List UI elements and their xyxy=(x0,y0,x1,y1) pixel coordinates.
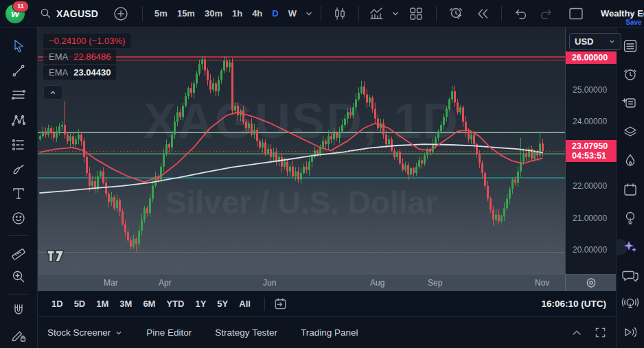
divider xyxy=(8,294,29,294)
footer-tab-stock-screener[interactable]: Stock Screener xyxy=(47,327,123,338)
compare-add-icon[interactable] xyxy=(113,6,128,21)
session-clock[interactable]: 16:06:10 (UTC) xyxy=(541,299,608,309)
divider xyxy=(321,6,321,21)
interval-15m[interactable]: 15m xyxy=(172,5,200,21)
last-price: 23.07950 xyxy=(572,141,617,151)
zoom-in-tool[interactable] xyxy=(7,265,30,288)
price-tick: 25.00000 xyxy=(573,85,607,95)
divider xyxy=(142,6,143,21)
time-axis[interactable]: MarAprJunAugSepNov xyxy=(38,274,565,291)
calendar-icon[interactable] xyxy=(619,179,641,200)
chart-pane[interactable]: XAGUSD, 1D Silver / U.S. Dollar −0.24100… xyxy=(38,27,565,274)
trend-line-tool[interactable] xyxy=(7,59,30,82)
bar-countdown: 04:53:51 xyxy=(572,151,617,161)
footer-tab-pine-editor[interactable]: Pine Editor xyxy=(146,327,192,338)
chart-legend: −0.24100 (−1.03%) EMA22.86486 EMA23.0443… xyxy=(43,34,130,100)
save-layout-icon[interactable] xyxy=(561,6,591,21)
text-tool[interactable] xyxy=(7,183,30,206)
live-ideas-icon[interactable] xyxy=(619,294,641,314)
search-icon xyxy=(40,8,51,19)
range-6m[interactable]: 6M xyxy=(137,296,161,312)
range-ytd[interactable]: YTD xyxy=(161,296,189,312)
interval-chevron-down-icon[interactable] xyxy=(304,9,314,19)
month-tick-sep: Sep xyxy=(428,278,442,288)
month-tick-nov: Nov xyxy=(535,278,549,288)
screener-chevron-down-icon xyxy=(115,329,123,337)
indicators-icon[interactable] xyxy=(366,6,388,21)
axis-settings-corner[interactable] xyxy=(565,274,616,291)
ideas-icon[interactable] xyxy=(619,207,641,228)
currency-select[interactable]: USD xyxy=(569,33,621,50)
cursor-tool[interactable] xyxy=(7,34,30,58)
ai-sparkle-icon[interactable] xyxy=(619,236,641,257)
legend-collapse-button[interactable] xyxy=(43,85,62,100)
footer-right-controls xyxy=(571,327,606,338)
tradingview-logo[interactable]: w 11 xyxy=(5,4,25,23)
month-tick-apr: Apr xyxy=(159,278,172,288)
currency-chevron-down-icon xyxy=(608,38,616,45)
range-5d[interactable]: 5D xyxy=(69,296,91,312)
drawing-lock-tool[interactable] xyxy=(7,323,30,347)
interval-D[interactable]: D xyxy=(267,5,283,21)
interval-list: 5m15m30m1h4hDW xyxy=(150,5,301,21)
footer-tab-trading-panel[interactable]: Trading Panel xyxy=(301,327,358,338)
range-1d[interactable]: 1D xyxy=(46,296,69,312)
range-5y[interactable]: 5Y xyxy=(211,296,233,312)
price-tick: 22.00000 xyxy=(573,181,607,191)
range-1y[interactable]: 1Y xyxy=(189,296,211,312)
hotlist-icon[interactable] xyxy=(619,150,641,171)
save-label[interactable]: Save xyxy=(625,19,641,26)
bar-replay-icon[interactable] xyxy=(471,7,494,21)
range-1m[interactable]: 1M xyxy=(91,296,114,312)
divider xyxy=(8,235,29,236)
chat-icon[interactable] xyxy=(619,265,641,286)
chart-style-candles-icon[interactable] xyxy=(328,6,352,21)
alert-price-badge: 26.00000 xyxy=(566,51,617,64)
layout-grid-icon[interactable] xyxy=(403,6,429,21)
footer-tab-list: Stock ScreenerPine EditorStrategy Tester… xyxy=(47,327,358,338)
symbol-search[interactable]: XAGUSD xyxy=(34,5,104,22)
symbol-name: XAGUSD xyxy=(56,8,98,19)
go-to-date-icon[interactable] xyxy=(273,297,288,311)
undo-icon[interactable] xyxy=(509,7,532,21)
object-tree-icon[interactable] xyxy=(619,121,641,142)
journal-icon[interactable] xyxy=(619,93,641,113)
ema-slow-legend[interactable]: EMA23.04430 xyxy=(43,65,116,80)
magnet-tool[interactable] xyxy=(7,299,30,322)
tradingview-watermark-logo[interactable] xyxy=(46,248,69,264)
interval-1h[interactable]: 1h xyxy=(227,5,247,21)
price-axis[interactable]: USD 26.0000025.0000024.0000022.0000021.0… xyxy=(565,27,616,274)
forecast-tool[interactable] xyxy=(7,133,30,156)
brush-tool[interactable] xyxy=(7,158,30,181)
measure-tool[interactable] xyxy=(7,240,30,264)
interval-4h[interactable]: 4h xyxy=(247,5,267,21)
divider xyxy=(264,297,265,311)
fullscreen-icon[interactable] xyxy=(595,327,606,338)
range-all[interactable]: All xyxy=(233,296,256,312)
right-sidebar xyxy=(616,27,644,348)
alert-add-icon[interactable] xyxy=(444,5,468,22)
tradingview-app: { "topbar": { "notification_count": "11"… xyxy=(0,0,644,348)
price-tick: 24.00000 xyxy=(573,117,607,126)
alerts-icon[interactable] xyxy=(619,65,641,85)
range-3m[interactable]: 3M xyxy=(114,296,137,312)
redo-icon[interactable] xyxy=(535,7,558,21)
xabcd-pattern-tool[interactable] xyxy=(7,108,30,132)
layout-name: Wealthy Educ... xyxy=(601,8,644,19)
watchlist-icon[interactable] xyxy=(619,36,641,56)
streams-icon[interactable] xyxy=(619,322,641,343)
footer-tab-strategy-tester[interactable]: Strategy Tester xyxy=(215,327,277,338)
panel-expand-icon[interactable] xyxy=(571,328,582,338)
price-change: −0.24100 (−1.03%) xyxy=(43,34,130,48)
interval-5m[interactable]: 5m xyxy=(150,5,172,21)
interval-30m[interactable]: 30m xyxy=(200,5,227,21)
month-tick-aug: Aug xyxy=(370,278,384,288)
emoji-tool[interactable] xyxy=(7,207,30,230)
indicators-chevron-down-icon[interactable] xyxy=(391,9,400,19)
interval-W[interactable]: W xyxy=(284,5,301,21)
divider xyxy=(436,6,437,21)
price-tick: 20.00000 xyxy=(573,245,607,255)
account-chevron-down-icon[interactable] xyxy=(628,8,637,18)
ema-fast-legend[interactable]: EMA22.86486 xyxy=(43,49,116,64)
fib-retracement-tool[interactable] xyxy=(7,84,30,107)
